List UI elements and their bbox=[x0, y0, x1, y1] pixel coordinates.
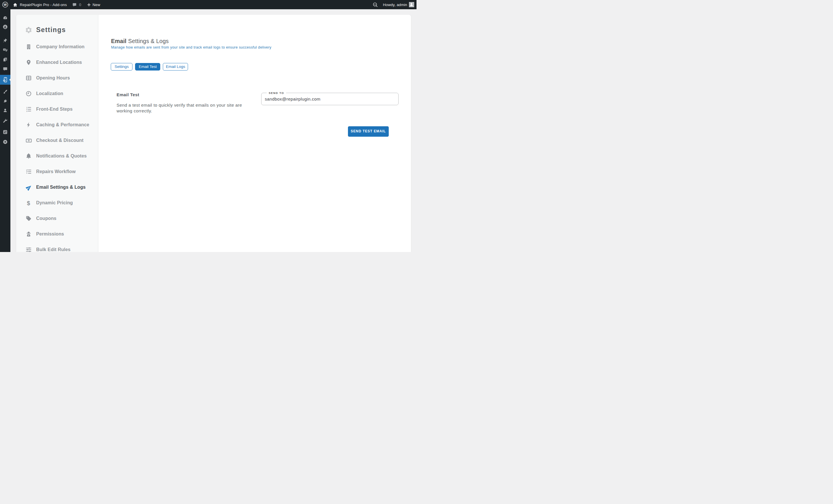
svg-text:3: 3 bbox=[26, 110, 27, 112]
svg-text:W: W bbox=[4, 3, 7, 6]
svg-text:0: 0 bbox=[28, 140, 29, 142]
